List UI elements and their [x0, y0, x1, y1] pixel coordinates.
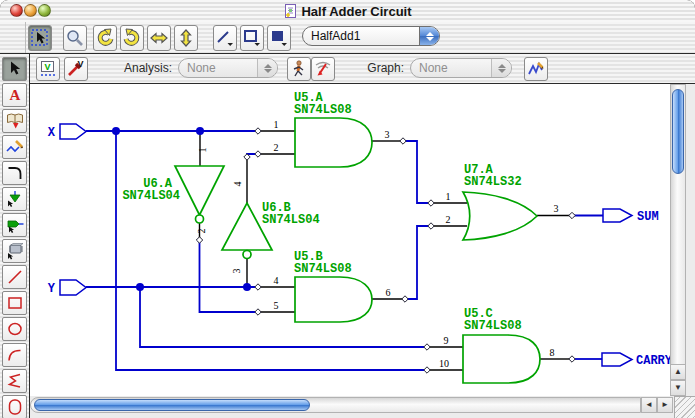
pin-number: 2: [196, 229, 207, 234]
pin-number: 3: [554, 203, 559, 214]
popup-arrows-icon: [257, 59, 277, 77]
svg-text:A: A: [9, 87, 20, 103]
u5a-part: SN74LS08: [294, 103, 352, 117]
draw-rectangle-button[interactable]: [2, 291, 27, 315]
u6b-part: SN74LS04: [262, 213, 320, 227]
rotate-left-icon: [95, 28, 115, 48]
scroll-right-button[interactable]: ►: [657, 397, 673, 413]
up-arrow-icon: ▲: [674, 368, 682, 376]
voltmeter-icon: V: [38, 59, 58, 79]
app-window: Half Adder Circuit: [0, 0, 695, 418]
signal-waves-icon: [313, 59, 333, 79]
red-line-icon: [5, 267, 25, 287]
gate-u5a[interactable]: [295, 118, 372, 167]
pin-number: 3: [231, 269, 242, 274]
filled-rectangle-tool-icon: [269, 28, 289, 48]
runner-icon: [289, 59, 309, 79]
port-y[interactable]: Y: [48, 280, 86, 296]
place-pin-button[interactable]: [2, 213, 27, 237]
draw-bus-button[interactable]: [2, 161, 27, 185]
selection-icon: [30, 28, 50, 48]
red-rounded-rectangle-icon: [5, 397, 25, 417]
signal-update-button[interactable]: [311, 57, 335, 81]
analysis-popup[interactable]: None: [178, 58, 278, 78]
graph-icon: [526, 59, 546, 79]
u5c-part: SN74LS08: [464, 319, 522, 333]
port-carry[interactable]: CARRY: [602, 353, 670, 368]
red-rectangle-icon: [5, 293, 25, 313]
run-simulation-button[interactable]: [287, 57, 311, 81]
pin-number: 2: [274, 142, 279, 153]
gate-u7a[interactable]: [463, 192, 537, 240]
u7a-part: SN74LS32: [464, 175, 522, 189]
probe-button[interactable]: V: [64, 57, 88, 81]
flip-vertical-icon: [176, 28, 196, 48]
pin-number: 4: [232, 182, 243, 187]
flip-vertical-button[interactable]: [174, 25, 198, 51]
u6a-part: SN74LS04: [122, 189, 180, 203]
draw-rounded-rectangle-button[interactable]: [2, 395, 27, 418]
zoom-tool-button[interactable]: [63, 25, 87, 51]
pointer-icon: [5, 59, 25, 79]
pin-number: 3: [385, 129, 390, 140]
rotate-right-icon: [122, 28, 142, 48]
selection-tool-button[interactable]: [28, 25, 52, 51]
filled-rectangle-tool-button[interactable]: [267, 25, 291, 51]
horizontal-scrollbar-thumb[interactable]: [34, 399, 310, 411]
voltmeter-button[interactable]: V: [36, 57, 60, 81]
circuit-selector-popup[interactable]: HalfAdd1: [302, 26, 440, 46]
window-title: Half Adder Circuit: [301, 4, 411, 19]
place-port-button[interactable]: [2, 187, 27, 211]
scroll-down-button[interactable]: ▼: [670, 380, 686, 396]
graph-tool-button[interactable]: [524, 57, 548, 81]
port-carry-label: CARRY: [636, 354, 670, 368]
svg-text:V: V: [44, 62, 50, 72]
rotate-right-button[interactable]: [120, 25, 144, 51]
scroll-left-button[interactable]: ◄: [641, 397, 657, 413]
u5b-part: SN74LS08: [294, 262, 352, 276]
draw-ellipse-button[interactable]: [2, 317, 27, 341]
pin-flag-icon: [5, 215, 25, 235]
tool-palette: A: [0, 54, 29, 418]
bus-corner-icon: [5, 163, 25, 183]
graph-value: None: [411, 61, 491, 75]
text-icon: A: [5, 85, 25, 105]
rectangle-tool-button[interactable]: [240, 25, 264, 51]
left-arrow-icon: ◄: [645, 401, 653, 409]
draw-arc-button[interactable]: [2, 343, 27, 367]
probe-icon: V: [66, 59, 86, 79]
draw-polygon-button[interactable]: [2, 369, 27, 393]
title-bar[interactable]: Half Adder Circuit: [0, 0, 695, 23]
rotate-left-button[interactable]: [93, 25, 117, 51]
port-sum[interactable]: SUM: [603, 209, 659, 224]
wire-pencil-icon: [5, 137, 25, 157]
gate-u5c[interactable]: [463, 335, 540, 383]
svg-text:V: V: [77, 59, 83, 69]
line-tool-button[interactable]: [213, 25, 237, 51]
place-device-button[interactable]: [2, 239, 27, 263]
resize-grip[interactable]: [674, 396, 695, 418]
draw-wire-button[interactable]: [2, 135, 27, 159]
vertical-scrollbar-thumb[interactable]: [672, 89, 684, 174]
popup-arrows-icon: [419, 27, 439, 45]
line-tool-icon: [215, 28, 235, 48]
schematic-canvas[interactable]: X Y SUM CARRY U5.A SN74LS08 U6.A SN74LS0…: [30, 84, 670, 396]
pointer-tool-button[interactable]: [2, 57, 27, 81]
down-arrow-icon: ▼: [674, 384, 682, 392]
gate-labels: U5.A SN74LS08 U6.A SN74LS04 U6.B SN74LS0…: [122, 91, 521, 333]
pin-number: 1: [197, 148, 208, 153]
chip-icon: [5, 241, 25, 261]
document-icon: [283, 3, 297, 19]
gate-u5b[interactable]: [295, 277, 372, 322]
flip-horizontal-button[interactable]: [147, 25, 171, 51]
draw-line-button[interactable]: [2, 265, 27, 289]
scroll-up-button[interactable]: ▲: [670, 364, 686, 380]
text-tool-button[interactable]: A: [2, 83, 27, 107]
graph-popup[interactable]: None: [410, 58, 512, 78]
gate-u6a[interactable]: [175, 166, 224, 223]
port-x[interactable]: X: [48, 124, 86, 140]
port-triangle-icon: [5, 189, 25, 209]
part-library-button[interactable]: [2, 109, 27, 133]
junction-dots: [112, 127, 251, 291]
red-arc-icon: [5, 345, 25, 365]
